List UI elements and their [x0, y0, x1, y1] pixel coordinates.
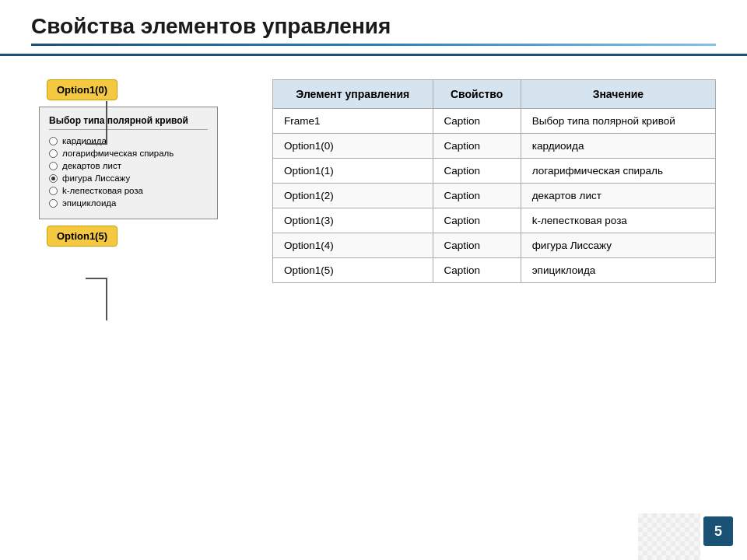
right-panel: Элемент управления Свойство Значение Fra…	[272, 79, 716, 283]
table-row: Option1(1) Caption логарифмическая спира…	[273, 159, 716, 184]
cell-value-3: декартов лист	[521, 184, 715, 208]
cell-value-0: Выбор типа полярной кривой	[521, 109, 715, 134]
cell-value-1: кардиоида	[521, 134, 715, 159]
cell-element-6: Option1(5)	[273, 258, 433, 283]
cell-value-4: k-лепестковая роза	[521, 208, 715, 233]
cell-value-5: фигура Лиссажу	[521, 233, 715, 258]
cell-element-4: Option1(3)	[273, 208, 433, 233]
left-panel: Option1(0) Выбор типа полярной кривой ка…	[31, 79, 249, 247]
form-preview-title: Выбор типа полярной кривой	[49, 115, 208, 130]
radio-option-3: фигура Лиссажу	[49, 173, 208, 183]
form-preview: Выбор типа полярной кривой кардиоида лог…	[39, 107, 218, 219]
radio-label-2: декартов лист	[62, 161, 121, 170]
cell-element-1: Option1(0)	[273, 134, 433, 159]
callout-bottom: Option1(5)	[47, 226, 117, 247]
col-header-property: Свойство	[433, 80, 521, 109]
radio-circle-1	[49, 149, 58, 158]
radio-label-1: логарифмическая спираль	[62, 149, 174, 158]
page-title: Свойства элементов управления	[31, 14, 716, 39]
cell-property-1: Caption	[433, 134, 521, 159]
radio-option-0: кардиоида	[49, 136, 208, 145]
cell-element-5: Option1(4)	[273, 233, 433, 258]
radio-circle-0	[49, 137, 58, 145]
radio-label-3: фигура Лиссажу	[62, 173, 130, 183]
radio-circle-5	[49, 199, 58, 208]
page-number-badge: 5	[703, 516, 733, 546]
cell-element-3: Option1(2)	[273, 184, 433, 208]
radio-option-1: логарифмическая спираль	[49, 149, 208, 158]
radio-label-4: k-лепестковая роза	[62, 186, 143, 195]
slide-header: Свойства элементов управления	[0, 0, 747, 56]
cell-property-4: Caption	[433, 208, 521, 233]
col-header-element: Элемент управления	[273, 80, 433, 109]
table-row: Option1(0) Caption кардиоида	[273, 134, 716, 159]
table-row: Option1(5) Caption эпициклоида	[273, 258, 716, 283]
table-row: Frame1 Caption Выбор типа полярной криво…	[273, 109, 716, 134]
cell-property-6: Caption	[433, 258, 521, 283]
cell-value-2: логарифмическая спираль	[521, 159, 715, 184]
radio-option-5: эпициклоида	[49, 198, 208, 208]
cell-property-3: Caption	[433, 184, 521, 208]
table-row: Option1(4) Caption фигура Лиссажу	[273, 233, 716, 258]
cell-property-0: Caption	[433, 109, 521, 134]
cell-property-5: Caption	[433, 233, 521, 258]
properties-table: Элемент управления Свойство Значение Fra…	[272, 79, 716, 283]
cell-value-6: эпициклоида	[521, 258, 715, 283]
main-content: Option1(0) Выбор типа полярной кривой ка…	[0, 56, 747, 306]
callout-top: Option1(0)	[47, 79, 117, 100]
header-underline	[31, 44, 716, 46]
cell-property-2: Caption	[433, 159, 521, 184]
radio-circle-4	[49, 187, 58, 195]
radio-label-5: эпициклоида	[62, 198, 116, 208]
bottom-decoration	[638, 513, 700, 560]
radio-option-2: декартов лист	[49, 161, 208, 170]
table-row: Option1(3) Caption k-лепестковая роза	[273, 208, 716, 233]
cell-element-2: Option1(1)	[273, 159, 433, 184]
col-header-value: Значение	[521, 80, 715, 109]
table-row: Option1(2) Caption декартов лист	[273, 184, 716, 208]
cell-element-0: Frame1	[273, 109, 433, 134]
radio-circle-2	[49, 162, 58, 170]
radio-option-4: k-лепестковая роза	[49, 186, 208, 195]
radio-circle-3	[49, 174, 58, 183]
